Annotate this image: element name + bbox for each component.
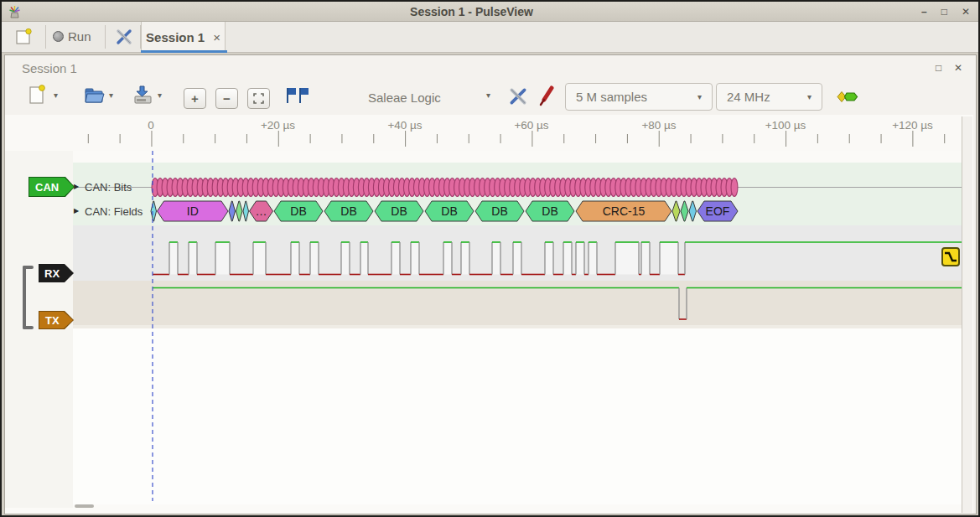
window-title: Session 1 - PulseView	[22, 5, 921, 18]
settings-button[interactable]	[111, 24, 137, 49]
show-cursors-button[interactable]	[284, 85, 309, 106]
subwindow-title: Session 1	[22, 61, 77, 75]
add-decoder-button[interactable]	[835, 89, 860, 104]
sample-count-combobox[interactable]: 5 M samples ▾	[565, 83, 713, 111]
zoom-out-button[interactable]: −	[215, 88, 238, 109]
channels-probe-button[interactable]	[536, 84, 559, 107]
close-button[interactable]: ✕	[962, 2, 970, 22]
new-session-icon	[14, 28, 33, 46]
new-file-icon	[27, 84, 47, 106]
can-tag-label: CAN	[35, 181, 59, 194]
device-dropdown-caret[interactable]: ▾	[486, 90, 490, 100]
session-tab-close-icon[interactable]: ×	[213, 30, 220, 44]
save-icon	[132, 84, 154, 106]
chevron-down-icon: ▾	[697, 92, 702, 101]
bracket-arm	[23, 326, 34, 329]
trigger-marker[interactable]	[941, 247, 960, 266]
titlebar[interactable]: Session 1 - PulseView – □ ✕	[2, 2, 978, 22]
main-toolbar: Run Session 1 ×	[2, 22, 978, 53]
minimize-button[interactable]: –	[921, 2, 927, 22]
probe-icon	[537, 84, 558, 107]
open-folder-icon	[83, 85, 106, 105]
run-label: Run	[68, 29, 91, 44]
falling-edge-icon	[944, 251, 957, 263]
zoom-fit-icon	[253, 93, 264, 104]
active-tab-underline	[141, 50, 227, 53]
session-tab[interactable]: Session 1 ×	[141, 22, 226, 52]
app-icon	[8, 4, 22, 18]
rx-trace-area[interactable]	[73, 225, 962, 281]
save-dropdown-caret[interactable]: ▾	[158, 90, 162, 100]
cursor-flags-icon	[284, 86, 309, 105]
bracket-arm	[23, 266, 34, 269]
zoom-fit-button[interactable]	[247, 88, 270, 109]
save-button[interactable]	[130, 83, 155, 106]
maximize-button[interactable]: □	[941, 2, 947, 22]
sample-rate-combobox[interactable]: 24 MHz ▾	[716, 83, 822, 111]
can-decoder-tag[interactable]: CAN	[29, 177, 75, 197]
open-file-button[interactable]	[81, 83, 106, 106]
open-file-dropdown-caret[interactable]: ▾	[109, 90, 113, 100]
tx-channel-tag[interactable]: TX	[39, 311, 74, 329]
new-session-button[interactable]	[8, 24, 39, 49]
rx-channel-tag[interactable]: RX	[39, 264, 74, 282]
decoder-trace-area[interactable]	[73, 163, 962, 225]
tx-trace-area[interactable]	[73, 281, 962, 325]
settings-icon	[115, 28, 133, 46]
run-state-icon	[53, 31, 64, 42]
empty-trace-area	[73, 328, 962, 504]
channel-label-gutter	[5, 151, 73, 508]
decoder-icon	[836, 90, 859, 104]
toolbar-separator	[45, 25, 46, 49]
sample-rate-value: 24 MHz	[727, 90, 770, 104]
decoder-row-bits-label: CAN: Bits	[85, 181, 132, 194]
new-file-dropdown-caret[interactable]: ▾	[54, 90, 58, 100]
device-config-icon	[508, 86, 528, 106]
zoom-in-button[interactable]: +	[184, 88, 206, 109]
sample-count-value: 5 M samples	[576, 90, 647, 104]
decoder-row-fields-label: CAN: Fields	[85, 205, 143, 218]
new-file-button[interactable]	[25, 83, 49, 106]
expand-arrow-icon[interactable]: ▶	[74, 207, 79, 215]
rx-tag-label: RX	[44, 267, 60, 280]
device-config-button[interactable]	[506, 85, 530, 107]
toolbar-separator	[105, 25, 106, 49]
horizontal-scrollbar-handle[interactable]	[75, 504, 94, 508]
bracket-bar[interactable]	[23, 266, 26, 329]
subwindow-float-button[interactable]: □	[936, 62, 941, 74]
device-selector[interactable]: Saleae Logic	[368, 90, 441, 105]
subwindow-close-button[interactable]: ✕	[954, 62, 962, 74]
tx-tag-label: TX	[45, 314, 60, 327]
vertical-scrollbar-gutter[interactable]	[962, 116, 972, 513]
session-tab-label: Session 1	[146, 30, 205, 44]
chevron-down-icon: ▾	[807, 92, 811, 101]
timeline-ruler[interactable]	[5, 115, 962, 151]
pulseview-window: Session 1 - PulseView – □ ✕ Run	[0, 0, 980, 517]
